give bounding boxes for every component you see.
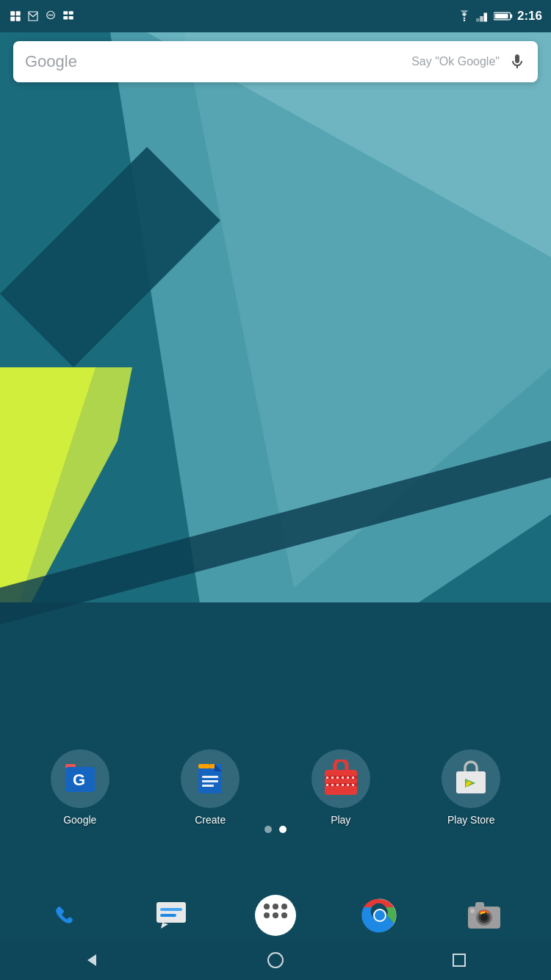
svg-rect-46 [342, 777, 344, 779]
app-google-label: Google [63, 814, 96, 826]
launcher-icon [255, 895, 296, 936]
svg-point-66 [264, 904, 270, 909]
svg-rect-44 [331, 777, 334, 779]
recents-icon [450, 951, 468, 969]
svg-rect-35 [202, 776, 218, 778]
svg-rect-52 [342, 784, 344, 786]
svg-rect-40 [325, 770, 357, 795]
svg-rect-43 [326, 777, 328, 779]
dock-camera[interactable] [464, 895, 505, 936]
svg-point-84 [268, 953, 283, 968]
svg-rect-20 [69, 16, 73, 20]
app-create[interactable]: Create [181, 749, 240, 826]
status-bar: 2:16 [0, 0, 551, 32]
app-google[interactable]: G Google [51, 749, 109, 826]
svg-rect-47 [347, 777, 349, 779]
svg-point-16 [51, 15, 53, 16]
chrome-icon [359, 895, 400, 936]
search-placeholder: Say "Ok Google" [411, 55, 500, 68]
svg-rect-26 [511, 15, 512, 18]
svg-point-70 [273, 912, 278, 918]
svg-rect-9 [10, 11, 15, 15]
phone-icon [46, 895, 87, 936]
home-button[interactable] [257, 942, 294, 979]
app-row: G Google Create [0, 749, 551, 826]
svg-rect-11 [10, 17, 15, 21]
signal-icon [476, 10, 489, 22]
status-bar-system: 2:16 [457, 9, 542, 24]
status-bar-notifications [9, 10, 75, 23]
notification-icon-1 [9, 10, 22, 23]
home-icon [267, 951, 284, 969]
back-icon [83, 951, 101, 969]
svg-marker-83 [87, 954, 96, 966]
hangouts-icon [44, 10, 57, 23]
svg-rect-49 [326, 784, 328, 786]
nav-bar [0, 940, 551, 980]
svg-rect-19 [63, 16, 68, 20]
svg-point-21 [464, 20, 466, 22]
app-playstore[interactable]: Play Store [442, 749, 500, 826]
create-doc-icon [192, 761, 228, 796]
svg-rect-45 [336, 777, 339, 779]
microphone-icon[interactable] [508, 53, 526, 71]
svg-rect-54 [352, 784, 354, 786]
play-app-icon [311, 749, 370, 808]
svg-rect-12 [16, 17, 21, 21]
svg-marker-22 [476, 18, 480, 22]
gmail-icon [26, 10, 40, 23]
google-search-bar[interactable]: Google Say "Ok Google" [13, 41, 538, 82]
status-time: 2:16 [517, 9, 542, 24]
app-playstore-label: Play Store [447, 814, 495, 826]
play-movies-icon [322, 760, 360, 798]
photos-icon [62, 10, 75, 23]
svg-rect-85 [453, 954, 465, 966]
app-play[interactable]: Play [311, 749, 370, 826]
dock-chrome[interactable] [359, 895, 400, 936]
svg-point-68 [281, 904, 287, 909]
messages-icon [151, 895, 192, 936]
svg-rect-51 [336, 784, 339, 786]
dock-launcher[interactable] [255, 895, 296, 936]
svg-rect-39 [210, 764, 215, 768]
dock [0, 895, 551, 936]
playstore-app-icon [442, 749, 500, 808]
svg-rect-63 [160, 908, 182, 911]
camera-icon [464, 895, 505, 936]
svg-point-71 [281, 912, 287, 918]
svg-text:G: G [73, 771, 85, 789]
svg-point-59 [46, 895, 87, 936]
svg-rect-17 [63, 11, 68, 15]
battery-icon [494, 11, 513, 21]
back-button[interactable] [73, 942, 110, 979]
google-logo-text: Google [25, 52, 411, 71]
svg-rect-36 [202, 780, 218, 782]
svg-point-75 [375, 910, 385, 920]
svg-point-81 [480, 914, 488, 921]
svg-point-67 [273, 904, 278, 909]
dock-messages[interactable] [151, 895, 192, 936]
google-g-logo: G [62, 761, 98, 796]
create-app-icon [181, 749, 240, 808]
svg-rect-27 [495, 14, 508, 19]
page-dot-2 [279, 826, 287, 833]
svg-rect-38 [198, 764, 210, 768]
wifi-icon [457, 10, 472, 22]
svg-rect-50 [331, 784, 334, 786]
svg-point-69 [264, 912, 270, 918]
svg-marker-23 [480, 16, 483, 22]
app-play-label: Play [331, 814, 350, 826]
svg-rect-37 [202, 785, 214, 787]
dock-phone[interactable] [46, 895, 87, 936]
svg-rect-61 [156, 902, 186, 923]
svg-marker-24 [483, 13, 487, 22]
app-create-label: Create [195, 814, 226, 826]
svg-point-15 [50, 15, 51, 16]
svg-point-14 [48, 15, 50, 16]
google-app-icon: G [51, 749, 109, 808]
page-dots [0, 826, 551, 833]
recents-button[interactable] [441, 942, 478, 979]
svg-rect-18 [69, 11, 73, 15]
page-dot-1 [264, 826, 272, 833]
svg-rect-48 [352, 777, 354, 779]
